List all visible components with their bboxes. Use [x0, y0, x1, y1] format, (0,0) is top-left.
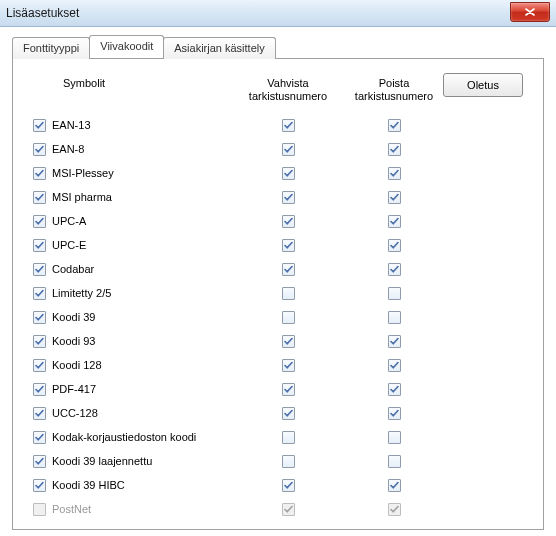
cell-symbol: EAN-13	[29, 119, 235, 132]
verify-checkbox[interactable]	[282, 167, 295, 180]
symbol-checkbox[interactable]	[33, 455, 46, 468]
symbol-label: MSI-Plessey	[52, 167, 114, 179]
cell-symbol: Kodak-korjaustiedoston koodi	[29, 431, 235, 444]
symbol-checkbox[interactable]	[33, 287, 46, 300]
symbol-checkbox[interactable]	[33, 167, 46, 180]
window: Lisäasetukset FonttityyppiViivakooditAsi…	[0, 0, 556, 536]
symbol-checkbox[interactable]	[33, 215, 46, 228]
tab-0[interactable]: Fonttityyppi	[12, 37, 90, 59]
verify-checkbox[interactable]	[282, 383, 295, 396]
symbol-checkbox[interactable]	[33, 311, 46, 324]
verify-checkbox[interactable]	[282, 239, 295, 252]
cell-verify	[235, 143, 341, 156]
table-row: UPC-A	[29, 209, 527, 233]
cell-remove	[341, 431, 447, 444]
cell-verify	[235, 311, 341, 324]
remove-checkbox[interactable]	[388, 167, 401, 180]
cell-symbol: Limitetty 2/5	[29, 287, 235, 300]
verify-checkbox[interactable]	[282, 479, 295, 492]
verify-checkbox[interactable]	[282, 119, 295, 132]
cell-remove	[341, 239, 447, 252]
remove-checkbox	[388, 503, 401, 516]
close-button[interactable]	[510, 2, 550, 22]
cell-remove	[341, 215, 447, 228]
table-row: PostNet	[29, 497, 527, 521]
remove-checkbox[interactable]	[388, 191, 401, 204]
table-row: Koodi 39 HIBC	[29, 473, 527, 497]
tab-label: Viivakoodit	[100, 40, 153, 52]
table-row: EAN-8	[29, 137, 527, 161]
symbol-label: PDF-417	[52, 383, 96, 395]
verify-checkbox[interactable]	[282, 287, 295, 300]
cell-remove	[341, 191, 447, 204]
remove-checkbox[interactable]	[388, 455, 401, 468]
remove-checkbox[interactable]	[388, 215, 401, 228]
verify-checkbox[interactable]	[282, 359, 295, 372]
symbol-checkbox[interactable]	[33, 407, 46, 420]
table-row: UCC-128	[29, 401, 527, 425]
remove-checkbox[interactable]	[388, 119, 401, 132]
table-row: MSI-Plessey	[29, 161, 527, 185]
symbol-checkbox[interactable]	[33, 479, 46, 492]
cell-remove	[341, 359, 447, 372]
symbol-label: EAN-8	[52, 143, 84, 155]
symbol-label: Kodak-korjaustiedoston koodi	[52, 431, 196, 443]
remove-checkbox[interactable]	[388, 359, 401, 372]
verify-checkbox[interactable]	[282, 143, 295, 156]
verify-checkbox[interactable]	[282, 407, 295, 420]
verify-checkbox[interactable]	[282, 431, 295, 444]
default-button-label: Oletus	[467, 79, 499, 91]
remove-checkbox[interactable]	[388, 407, 401, 420]
verify-checkbox[interactable]	[282, 191, 295, 204]
symbol-label: Koodi 39 laajennettu	[52, 455, 152, 467]
remove-checkbox[interactable]	[388, 311, 401, 324]
cell-remove	[341, 263, 447, 276]
verify-checkbox[interactable]	[282, 455, 295, 468]
symbol-checkbox[interactable]	[33, 119, 46, 132]
cell-verify	[235, 455, 341, 468]
remove-checkbox[interactable]	[388, 479, 401, 492]
remove-checkbox[interactable]	[388, 143, 401, 156]
table-row: Koodi 39 laajennettu	[29, 449, 527, 473]
symbol-checkbox[interactable]	[33, 263, 46, 276]
cell-remove	[341, 407, 447, 420]
window-title: Lisäasetukset	[6, 6, 79, 20]
cell-verify	[235, 215, 341, 228]
remove-checkbox[interactable]	[388, 263, 401, 276]
tab-panel: Oletus Symbolit Vahvistatarkistusnumero …	[12, 58, 544, 530]
tab-label: Asiakirjan käsittely	[174, 42, 264, 54]
remove-checkbox[interactable]	[388, 383, 401, 396]
remove-checkbox[interactable]	[388, 431, 401, 444]
verify-checkbox	[282, 503, 295, 516]
symbol-checkbox[interactable]	[33, 143, 46, 156]
symbol-checkbox[interactable]	[33, 431, 46, 444]
cell-remove	[341, 167, 447, 180]
verify-checkbox[interactable]	[282, 335, 295, 348]
tab-1[interactable]: Viivakoodit	[89, 35, 164, 58]
table-row: Limitetty 2/5	[29, 281, 527, 305]
cell-symbol: Koodi 39	[29, 311, 235, 324]
symbol-checkbox[interactable]	[33, 335, 46, 348]
cell-verify	[235, 431, 341, 444]
cell-remove	[341, 311, 447, 324]
symbol-checkbox[interactable]	[33, 383, 46, 396]
default-button[interactable]: Oletus	[443, 73, 523, 97]
verify-checkbox[interactable]	[282, 311, 295, 324]
remove-checkbox[interactable]	[388, 239, 401, 252]
cell-remove	[341, 287, 447, 300]
verify-checkbox[interactable]	[282, 263, 295, 276]
table-row: Kodak-korjaustiedoston koodi	[29, 425, 527, 449]
symbol-label: EAN-13	[52, 119, 91, 131]
symbol-checkbox[interactable]	[33, 191, 46, 204]
tab-label: Fonttityyppi	[23, 42, 79, 54]
tab-2[interactable]: Asiakirjan käsittely	[163, 37, 275, 59]
remove-checkbox[interactable]	[388, 335, 401, 348]
remove-checkbox[interactable]	[388, 287, 401, 300]
symbol-checkbox[interactable]	[33, 239, 46, 252]
verify-checkbox[interactable]	[282, 215, 295, 228]
symbol-checkbox[interactable]	[33, 359, 46, 372]
cell-remove	[341, 503, 447, 516]
cell-verify	[235, 359, 341, 372]
cell-symbol: Koodi 39 laajennettu	[29, 455, 235, 468]
tabs: FonttityyppiViivakooditAsiakirjan käsitt…	[12, 35, 544, 58]
